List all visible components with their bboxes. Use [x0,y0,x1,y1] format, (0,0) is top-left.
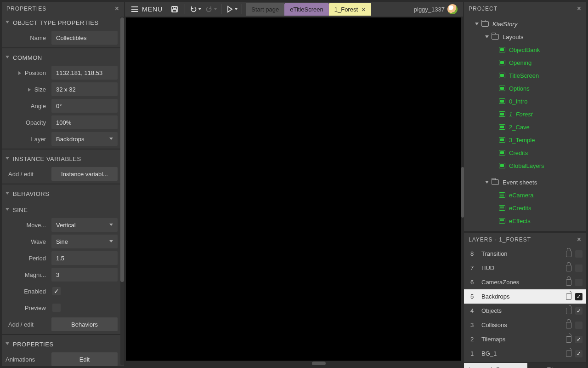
section-object-type[interactable]: OBJECT TYPE PROPERTIES [2,16,120,29]
visibility-checkbox[interactable] [575,307,582,315]
lock-icon[interactable] [566,351,571,357]
undo-button[interactable] [188,3,203,16]
layer-select[interactable]: Backdrops [51,132,118,146]
section-common[interactable]: COMMON [2,51,120,64]
tree-item-layout[interactable]: ObjectBank [467,43,583,56]
tree-item-event-sheet[interactable]: eCamera [467,189,583,201]
project-panel: PROJECT × KiwiStory Layouts ObjectBankOp… [464,2,586,231]
scrollbar[interactable] [120,17,124,365]
folder-icon [492,34,499,40]
menu-button[interactable]: MENU [128,3,166,16]
enabled-checkbox[interactable]: ✓ [52,287,61,295]
close-icon[interactable]: × [362,6,366,13]
tree-item-layout[interactable]: 2_Cave [467,121,583,133]
user-info[interactable]: piggy_1337 [414,4,460,14]
close-icon[interactable]: × [577,5,582,13]
visibility-checkbox[interactable] [575,264,582,272]
lock-icon[interactable] [566,308,571,314]
chevron-down-icon [485,181,489,184]
tree-item-layout[interactable]: 0_Intro [467,95,583,108]
section-instance-variables[interactable]: INSTANCE VARIABLES [2,152,120,166]
preview-checkbox[interactable] [52,304,61,312]
tree-item-event-sheet[interactable]: eEffects [467,214,583,227]
layer-row[interactable]: 4Objects [464,304,586,318]
magnitude-field[interactable]: 3 [51,268,118,282]
horizontal-scrollbar[interactable] [126,362,460,365]
layer-number: 1 [470,350,481,357]
layer-row[interactable]: 7HUD [464,261,586,275]
tree-item-layout[interactable]: TitleScreen [467,69,583,82]
layer-name: Collisions [481,322,566,328]
edit-button[interactable]: Edit [51,352,118,366]
instance-variables-button[interactable]: Instance variabl... [51,167,118,181]
tree-item-event-sheet[interactable]: eCredits [467,201,583,214]
tab-1-forest[interactable]: 1_Forest× [329,3,371,16]
period-field[interactable]: 1.5 [51,251,118,265]
movement-select[interactable]: Vertical [51,218,118,232]
size-field[interactable]: 32 x 32 [51,82,118,96]
lock-icon[interactable] [566,265,571,271]
save-button[interactable] [167,3,182,16]
visibility-checkbox[interactable] [575,250,582,258]
tree-item-layout[interactable]: 1_Forest [467,108,583,121]
wave-select[interactable]: Sine [51,235,118,248]
tree-folder-event-sheets[interactable]: Event sheets [467,176,583,189]
tree-item-layout[interactable]: 3_Temple [467,133,583,146]
tree-item-layout[interactable]: Credits [467,146,583,159]
tree-item-layout[interactable]: Opening [467,56,583,69]
position-field[interactable]: 1132.181, 118.53 [51,66,118,80]
close-icon[interactable]: × [115,5,119,13]
event-sheet-icon [499,218,505,224]
tree-folder-layouts[interactable]: Layouts [467,30,583,43]
tab-start-page[interactable]: Start page [246,3,284,16]
scrollbar-thumb[interactable] [120,17,124,282]
behaviors-button[interactable]: Behaviors [51,317,118,331]
layout-icon [499,124,505,130]
center-area: MENU Start page eTitleScreen 1_Forest× p… [125,0,463,368]
vertical-scrollbar[interactable] [461,17,464,360]
tree-item-layout[interactable]: Options [467,82,583,95]
folder-icon [492,179,499,185]
tab-layers[interactable]: Layers - 1_F...× [464,363,527,368]
right-column: PROJECT × KiwiStory Layouts ObjectBankOp… [463,0,588,368]
layer-row[interactable]: 5Backdrops [464,289,586,304]
visibility-checkbox[interactable] [575,279,582,286]
tab-etitlescreen[interactable]: eTitleScreen [284,3,329,16]
layer-row[interactable]: 8Transition [464,247,586,261]
visibility-checkbox[interactable] [575,322,582,329]
layer-name: HUD [481,264,566,271]
visibility-checkbox[interactable] [575,350,582,357]
layers-panel: LAYERS - 1_FOREST × 8Transition7HUD6Came… [464,233,586,368]
section-properties[interactable]: PROPERTIES [2,337,120,351]
chevron-down-icon [475,23,479,25]
section-sine[interactable]: SINE [2,203,120,217]
layer-row[interactable]: 6CameraZones [464,275,586,289]
lock-icon[interactable] [566,279,571,286]
opacity-field[interactable]: 100% [51,115,118,129]
redo-button[interactable] [204,3,218,16]
scrollbar-thumb[interactable] [312,362,326,365]
preview-label: Preview [2,305,51,311]
visibility-checkbox[interactable] [575,293,582,300]
name-field[interactable]: Collectibles [51,31,118,45]
layer-name: Tilemaps [481,336,566,343]
section-behaviors[interactable]: BEHAVIORS [2,187,120,201]
layer-row[interactable]: 1BG_1 [464,346,586,361]
lock-icon[interactable] [566,251,571,257]
play-button[interactable] [224,3,239,16]
lock-icon[interactable] [566,293,571,300]
tree-item-layout[interactable]: GlobalLayers [467,159,583,172]
close-icon[interactable]: × [520,366,524,368]
lock-icon[interactable] [566,336,571,343]
layer-row[interactable]: 2Tilemaps [464,332,586,346]
tab-tilemap[interactable]: Tilemap [527,363,586,368]
angle-field[interactable]: 0° [51,99,118,113]
layer-row[interactable]: 3Collisions [464,318,586,332]
visibility-checkbox[interactable] [575,336,582,343]
angle-label: Angle [2,103,51,109]
lock-icon[interactable] [566,322,571,328]
tree-root[interactable]: KiwiStory [467,17,583,30]
scrollbar-thumb[interactable] [461,167,464,218]
layout-canvas[interactable] [126,17,461,361]
close-icon[interactable]: × [577,236,582,244]
